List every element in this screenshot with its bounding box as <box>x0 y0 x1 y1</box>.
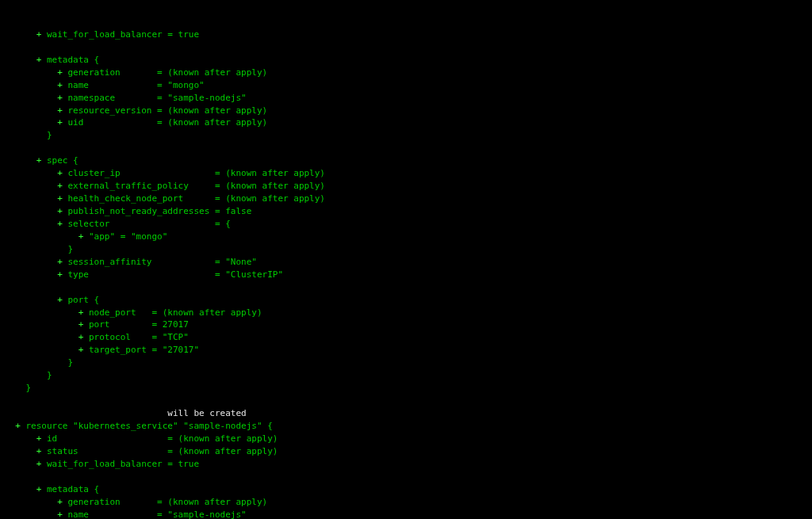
plan-line: name = "sample-nodejs" <box>67 509 246 520</box>
plus-icon: + <box>57 193 63 204</box>
plan-line: protocol = "TCP" <box>89 332 189 342</box>
plus-icon: + <box>57 295 63 305</box>
plan-line: publish_not_ready_addresses = false <box>67 206 251 216</box>
plan-line: namespace = "sample-nodejs" <box>67 93 246 103</box>
plus-icon: + <box>15 421 21 431</box>
plan-line: id = (known after apply) <box>47 433 278 444</box>
plus-icon: + <box>57 105 63 116</box>
plus-icon: + <box>36 29 42 40</box>
plus-icon: + <box>36 446 42 456</box>
plan-line: } <box>47 370 52 380</box>
plan-line: } <box>67 357 73 368</box>
plus-icon: + <box>57 117 63 128</box>
plan-line: spec { <box>47 155 79 166</box>
plus-icon: + <box>79 345 84 355</box>
plan-line: port = 27017 <box>89 319 189 330</box>
plus-icon: + <box>57 80 63 90</box>
plan-line: wait_for_load_balancer = true <box>47 459 199 469</box>
plan-line: generation = (known after apply) <box>67 497 267 507</box>
plan-line: status = (known after apply) <box>47 446 278 456</box>
plus-icon: + <box>36 55 42 65</box>
plan-line: name = "mongo" <box>67 80 204 90</box>
plus-icon: + <box>79 307 84 318</box>
plan-line: port { <box>67 295 99 305</box>
plan-line: metadata { <box>47 484 99 494</box>
plus-icon: + <box>79 319 84 330</box>
plan-line: generation = (known after apply) <box>67 67 267 78</box>
plan-line: selector = { <box>67 219 230 229</box>
plus-icon: + <box>57 257 63 267</box>
plan-comment: will be created <box>167 408 246 418</box>
plus-icon: + <box>36 484 42 494</box>
plan-line: metadata { <box>47 55 99 65</box>
plus-icon: + <box>79 332 84 342</box>
plus-icon: + <box>36 459 42 469</box>
plus-icon: + <box>57 497 63 507</box>
plan-line: session_affinity = "None" <box>67 257 256 267</box>
terminal-output[interactable]: + wait_for_load_balancer = true + metada… <box>0 0 812 519</box>
plus-icon: + <box>36 433 42 444</box>
plus-icon: + <box>57 219 63 229</box>
plan-line: wait_for_load_balancer = true <box>47 29 199 40</box>
plus-icon: + <box>57 181 63 191</box>
plan-line: target_port = "27017" <box>89 345 199 355</box>
plan-line: uid = (known after apply) <box>67 117 267 128</box>
plan-line: external_traffic_policy = (known after a… <box>67 181 325 191</box>
plus-icon: + <box>57 168 63 178</box>
plan-line: cluster_ip = (known after apply) <box>67 168 325 178</box>
plan-line: type = "ClusterIP" <box>67 269 283 280</box>
plan-line: health_check_node_port = (known after ap… <box>67 193 325 204</box>
plan-line: node_port = (known after apply) <box>89 307 262 318</box>
plan-line: resource_version = (known after apply) <box>67 105 267 116</box>
plus-icon: + <box>57 67 63 78</box>
plan-line: "app" = "mongo" <box>89 231 167 242</box>
plus-icon: + <box>36 155 42 166</box>
plus-icon: + <box>57 509 63 520</box>
plan-line: } <box>47 130 52 140</box>
plus-icon: + <box>79 231 84 242</box>
plan-line: } <box>67 244 73 254</box>
plan-line: } <box>26 383 32 393</box>
plan-line: resource "kubernetes_service" "sample-no… <box>26 421 273 431</box>
plus-icon: + <box>57 269 63 280</box>
plus-icon: + <box>57 206 63 216</box>
plus-icon: + <box>57 93 63 103</box>
